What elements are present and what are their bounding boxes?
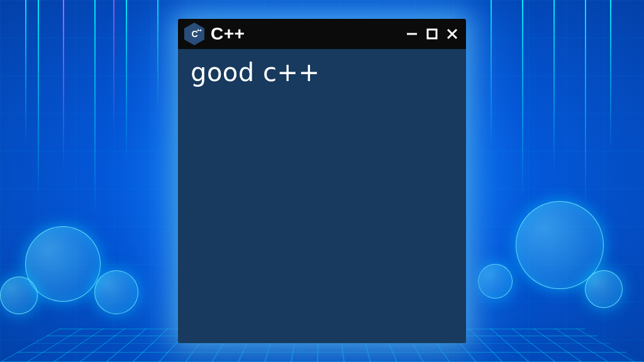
close-icon [446,28,458,40]
window-controls [404,26,460,41]
maximize-button[interactable] [425,26,440,41]
titlebar[interactable]: C ++ C++ [178,19,466,49]
minimize-icon [406,28,418,40]
maximize-icon [426,28,438,40]
close-button[interactable] [445,26,460,41]
cpp-logo-icon: C ++ [184,23,204,45]
svg-rect-1 [428,30,436,38]
console-output-area: good c++ [178,49,466,343]
window-title: C++ [211,24,398,44]
app-window: C ++ C++ good c++ [178,19,466,343]
minimize-button[interactable] [404,26,419,41]
console-text: good c++ [191,58,453,87]
